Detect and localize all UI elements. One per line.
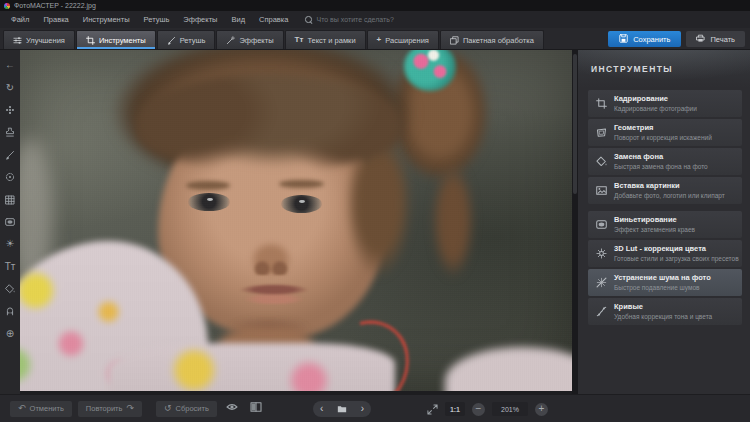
zoom-1-1-button[interactable]: 1:1 (445, 402, 465, 416)
menu-item-help[interactable]: Справка (252, 15, 295, 24)
tab-enhance[interactable]: Улучшения (3, 30, 75, 49)
title-bar: ФотоМАСТЕР - 22222.jpg (0, 0, 750, 11)
sidebar-item-crop[interactable]: КадрированиеКадрирование фотографии (588, 90, 742, 117)
previous-photo-button[interactable]: ‹ (320, 404, 323, 414)
fit-to-screen-button[interactable] (427, 404, 438, 415)
tool-text-button[interactable]: Tт (0, 256, 20, 278)
tab-retouch[interactable]: Ретушь (157, 30, 216, 49)
save-button[interactable]: Сохранить (608, 31, 681, 47)
tab-batch[interactable]: Пакетная обработка (440, 30, 544, 49)
batch-icon (450, 36, 459, 45)
save-button-label: Сохранить (633, 35, 670, 44)
tool-vignette-button[interactable] (0, 211, 20, 233)
zoom-out-button[interactable]: − (472, 403, 485, 416)
tool-target-button[interactable]: ⊕ (0, 323, 20, 345)
main-area: ←↻☀Tт⊕ (0, 50, 750, 394)
tool-card-subtitle: Готовые стили и загрузка своих пресетов (614, 255, 736, 263)
text-icon: Tт (5, 262, 16, 272)
search-icon (305, 16, 312, 23)
next-photo-button[interactable]: › (361, 404, 364, 414)
scrollbar-thumb[interactable] (573, 54, 577, 194)
tab-label: Пакетная обработка (463, 36, 534, 45)
menu-item-view[interactable]: Вид (224, 15, 252, 24)
tool-card-title: Замена фона (614, 152, 708, 162)
folder-icon[interactable] (337, 404, 347, 414)
photo-layer-eye (281, 195, 322, 213)
undo-button[interactable]: ↶ Отменить (10, 401, 72, 417)
sun-icon: ☀ (6, 239, 15, 249)
sidebar-title: ИНСТРУМЕНТЫ (591, 64, 673, 74)
sidebar-item-vignette[interactable]: ВиньетированиеЭффект затемнения краев (588, 211, 742, 238)
tool-graduated-filter-button[interactable] (0, 188, 20, 210)
tab-extensions[interactable]: +Расширения (367, 30, 439, 49)
magnet-icon (5, 306, 15, 316)
photo-layer-mouth (238, 284, 310, 304)
menu-search (305, 16, 436, 23)
tool-brush-button[interactable] (0, 144, 20, 166)
sidebar-item-geometry[interactable]: ГеометрияПоворот и коррекция искажений (588, 119, 742, 146)
sidebar-item-3d-lut[interactable]: 3D Lut - коррекция цветаГотовые стили и … (588, 240, 742, 267)
sidebar-item-background-replace[interactable]: Замена фонаБыстрая замена фона на фото (588, 148, 742, 175)
healing-icon (5, 105, 15, 115)
tool-card-subtitle: Удобная коррекция тона и цвета (614, 313, 712, 321)
tools-sidebar: ИНСТРУМЕНТЫ КадрированиеКадрирование фот… (578, 50, 750, 394)
compare-icon (250, 401, 262, 416)
menu-item-retouch[interactable]: Ретушь (137, 15, 177, 24)
plus-icon: + (377, 36, 382, 44)
reset-icon: ↺ (164, 404, 172, 413)
reset-button[interactable]: ↺ Сбросить (156, 401, 217, 417)
tab-label: Расширения (385, 36, 429, 45)
tab-tools[interactable]: Инструменты (76, 30, 156, 49)
sidebar-item-insert-picture[interactable]: Вставка картинкиДобавьте фото, логотип и… (588, 177, 742, 204)
tool-card-subtitle: Поворот и коррекция искажений (614, 134, 712, 142)
tool-magnet-button[interactable] (0, 300, 20, 322)
tab-effects[interactable]: Эффекты (216, 30, 283, 49)
zoom-in-button[interactable]: + (535, 403, 548, 416)
tool-radial-filter-button[interactable] (0, 166, 20, 188)
photomaster-window: ФотоМАСТЕР - 22222.jpg ФайлПравкаИнструм… (0, 0, 750, 422)
bucket-icon (5, 284, 15, 294)
menu-item-file[interactable]: Файл (4, 15, 36, 24)
tool-card-title: Кривые (614, 302, 712, 312)
top-actions: Сохранить Печать (608, 31, 745, 47)
text-icon: Tт (295, 36, 304, 44)
tune-icon (13, 36, 22, 45)
redo-button[interactable]: Повторить ↷ (78, 401, 142, 417)
menu-item-effects[interactable]: Эффекты (176, 15, 224, 24)
photo-canvas[interactable] (20, 50, 572, 394)
preview-original-button[interactable] (223, 401, 241, 417)
before-after-button[interactable] (247, 401, 265, 417)
tab-label: Текст и рамки (307, 36, 355, 45)
vignette-icon (594, 219, 608, 230)
back-icon: ← (5, 60, 15, 70)
tool-card-title: Вставка картинки (614, 181, 725, 191)
search-input[interactable] (316, 16, 436, 23)
print-button[interactable]: Печать (686, 31, 745, 47)
noise-icon (594, 277, 608, 288)
tool-card-title: 3D Lut - коррекция цвета (614, 244, 736, 254)
redo-icon: ↷ (126, 404, 134, 413)
menu-item-edit[interactable]: Правка (36, 15, 75, 24)
tool-healing-button[interactable] (0, 99, 20, 121)
rotate-icon: ↻ (6, 83, 14, 93)
tool-clone-stamp-button[interactable] (0, 121, 20, 143)
redo-label: Повторить (86, 404, 123, 413)
photo-layer-eye (188, 193, 229, 211)
menu-item-tools[interactable]: Инструменты (76, 15, 137, 24)
tool-brightness-button[interactable]: ☀ (0, 233, 20, 255)
sidebar-item-denoise[interactable]: Устранение шума на фотоБыстрое подавлени… (588, 269, 742, 296)
radial-icon (5, 172, 15, 182)
photo-navigator: ‹ › (313, 401, 371, 417)
tab-text-frames[interactable]: TтТекст и рамки (285, 30, 366, 49)
tool-crop-rotate-button[interactable]: ↻ (0, 76, 20, 98)
wand-icon (226, 36, 235, 45)
tool-back-button[interactable]: ← (0, 54, 20, 76)
tab-bar: УлучшенияИнструментыРетушьЭффектыTтТекст… (0, 28, 750, 50)
sidebar-item-curves[interactable]: КривыеУдобная коррекция тона и цвета (588, 298, 742, 325)
app-logo-icon (4, 3, 10, 9)
tool-fill-button[interactable] (0, 278, 20, 300)
photo-layer-bangs (136, 74, 401, 169)
tool-card-subtitle: Быстрая замена фона на фото (614, 163, 708, 171)
photo-layer-shirt-right (445, 347, 572, 391)
tab-label: Инструменты (99, 36, 146, 45)
